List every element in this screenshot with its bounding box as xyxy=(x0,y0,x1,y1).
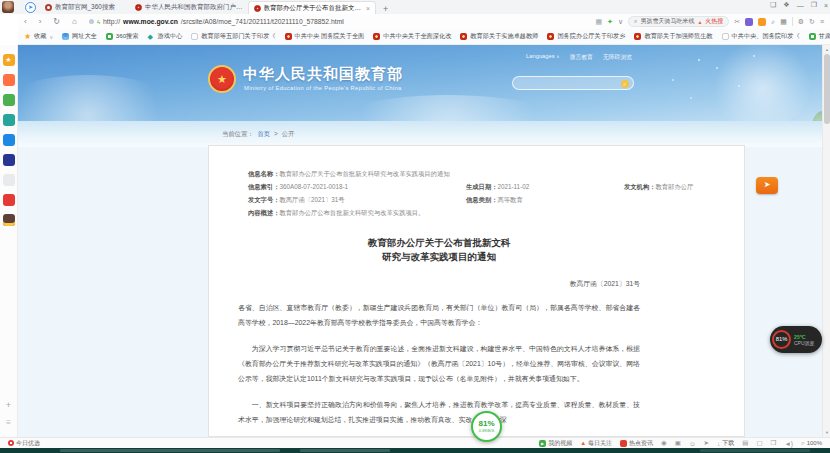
weiyan-link[interactable]: 微言教育 xyxy=(570,53,593,62)
download-button[interactable]: ↓下载 xyxy=(717,439,734,448)
game2-app-icon[interactable] xyxy=(3,214,15,226)
main-menu-icon[interactable]: ≡ xyxy=(820,18,824,25)
taskbar-window-button[interactable] xyxy=(300,449,390,452)
browser-logo-icon[interactable]: ➤ xyxy=(25,2,36,13)
find-icon[interactable]: ⌕ xyxy=(771,18,775,26)
hot-news-button[interactable]: 热点资讯 xyxy=(620,439,653,448)
search-icon[interactable]: ⌕ xyxy=(621,80,629,88)
os-taskbar[interactable] xyxy=(0,448,830,453)
bookmark-item[interactable]: 中共中央、国务院印发《 xyxy=(722,32,800,41)
tab-moe-portal[interactable]: 中华人民共和国教育部政府门户… xyxy=(130,1,248,14)
bookmark-item[interactable]: 教育部关于加强师范生教 xyxy=(634,32,712,41)
cloud-decor xyxy=(18,75,188,121)
video-app-icon[interactable] xyxy=(3,74,15,86)
browser-window: ➤ 教育部官网_360搜索 中华人民共和国教育部政府门户… 教育部办公厅关于公布… xyxy=(0,0,830,453)
bookmark-item[interactable]: ◆游戏中心 xyxy=(148,32,183,41)
bookmark-item[interactable]: 中共中央关于全面深化改 xyxy=(373,32,451,41)
tab-search-result[interactable]: 教育部官网_360搜索 xyxy=(40,1,130,14)
cpu-monitor-widget[interactable]: 81% 25℃ CPU温度 xyxy=(770,326,822,353)
speed-mode-icon[interactable]: ϟ xyxy=(97,19,100,25)
tab-notice-active[interactable]: 教育部办公厅关于公布首批新文… × xyxy=(248,1,377,14)
site-header-banner: ★ 中华人民共和国教育部 Ministry of Education of th… xyxy=(18,45,830,121)
home-button[interactable]: ⌂ xyxy=(66,17,83,26)
app-market-icon[interactable]: ▦ xyxy=(780,18,787,26)
favorites-app-icon[interactable]: ★ xyxy=(3,54,15,66)
site-info-icon[interactable] xyxy=(89,19,94,24)
scrollbar[interactable]: ▲ ▼ xyxy=(822,45,830,437)
game-app-icon[interactable] xyxy=(3,194,15,206)
info-label: 内容概述： xyxy=(248,206,279,219)
taskbar-window-button[interactable] xyxy=(60,449,280,452)
hot-search-query[interactable]: 男孩雪天骑马吃米线 xyxy=(640,17,694,26)
bookmark-item[interactable]: 网址大全 xyxy=(62,32,97,41)
taskbar-tray[interactable] xyxy=(700,449,810,452)
document-number: 教高厅函〔2021〕31号 xyxy=(238,279,640,289)
box-icon[interactable]: ▣ xyxy=(675,439,681,447)
sidebar-menu-icon[interactable]: ≡ xyxy=(6,418,11,427)
printer-icon[interactable]: ▤ xyxy=(742,439,748,447)
my-videos-button[interactable]: ▶我的视频 xyxy=(539,439,572,448)
breadcrumb-band: 当前位置： 首页 > 公开 xyxy=(18,121,830,147)
daily-picks-button[interactable]: 今日优选 xyxy=(8,439,40,448)
copy-icon[interactable]: ❐ xyxy=(771,439,777,447)
favorites-menu[interactable]: ★ 收藏 ∨ xyxy=(24,32,53,41)
site-search-input[interactable]: ⌕ xyxy=(512,76,634,90)
quick-search-box[interactable]: ⌕ 男孩雪天骑马吃米线 ▲ 火热搜 xyxy=(628,16,729,27)
settings-gear-icon[interactable]: ⚙ xyxy=(798,18,804,26)
file-app-icon[interactable] xyxy=(3,174,15,186)
plugin-icon[interactable]: ✦ xyxy=(607,18,613,26)
bookmark-item[interactable]: 国务院办公厅关于印发乡 xyxy=(547,32,625,41)
cloud-app-icon[interactable] xyxy=(3,114,15,126)
translate-icon[interactable] xyxy=(745,18,753,26)
speed-ball-widget[interactable]: 81% 0.8KB/S xyxy=(471,411,502,442)
search-favicon xyxy=(45,4,52,11)
minimize-button[interactable]: — xyxy=(797,2,804,9)
bookmark-item[interactable]: 甘肃省教师教育振兴行动 xyxy=(809,32,830,41)
chevron-down-icon: ∨ xyxy=(556,54,559,59)
scrollbar-thumb[interactable] xyxy=(824,54,830,124)
emoji-icon[interactable]: ☺ xyxy=(689,440,696,447)
add-app-button[interactable]: + xyxy=(6,400,11,410)
theme-icon[interactable]: ❖ xyxy=(783,1,789,9)
accessibility-link[interactable]: 无障碍浏览 xyxy=(603,53,632,62)
reload-button[interactable]: ↻ xyxy=(47,17,66,26)
restore-session-icon[interactable]: ↻ xyxy=(809,18,815,26)
languages-link[interactable]: Languages ∨ xyxy=(526,53,560,62)
scroll-down-icon[interactable]: ▼ xyxy=(823,430,830,435)
scroll-up-icon[interactable]: ▲ xyxy=(823,47,830,52)
notes-app-icon[interactable] xyxy=(3,94,15,106)
chevron-down-icon[interactable]: ∨ xyxy=(618,18,623,26)
address-bar[interactable]: ϟ http://www.moe.gov.cn/srcsite/A08/moe_… xyxy=(89,18,344,25)
speaker-icon[interactable]: ◄) xyxy=(784,440,793,447)
floating-share-widget[interactable]: ➤ xyxy=(756,177,778,194)
security-shield-icon[interactable] xyxy=(758,18,766,26)
tab-close-icon[interactable]: × xyxy=(364,5,370,12)
window-icon[interactable]: ▢ xyxy=(756,439,762,447)
extensions-grid-icon[interactable]: ▦ xyxy=(595,18,602,26)
miniprogram-app-icon[interactable] xyxy=(3,154,15,166)
back-button[interactable]: ‹ xyxy=(18,17,33,26)
new-tab-button[interactable]: + xyxy=(376,4,395,14)
bookmark-item[interactable]: 教育部等五部门关于印发《 xyxy=(191,32,275,41)
breadcrumb-section[interactable]: 公开 xyxy=(282,130,295,139)
boss-key-icon[interactable]: ❏ xyxy=(770,1,776,9)
maximize-button[interactable]: ❐ xyxy=(811,1,817,9)
bookmark-item[interactable]: 中共中央 国务院关于全面 xyxy=(285,32,365,41)
zoom-control[interactable]: ⌕100% xyxy=(801,439,822,447)
speed-ball-percent: 81% xyxy=(478,420,494,428)
speed-ball-speed: 0.8KB/S xyxy=(479,428,494,433)
daily-follow-button[interactable]: ▲每日关注 xyxy=(580,439,612,448)
tab-title: 教育部办公厅关于公布首批新文… xyxy=(264,4,362,13)
bookmark-item[interactable]: 360搜索 xyxy=(106,32,139,41)
screenshot-icon[interactable]: ✂ xyxy=(734,18,740,26)
breadcrumb-home-link[interactable]: 首页 xyxy=(257,130,270,139)
bookmark-label: 教育部关于实施卓越教师 xyxy=(470,32,538,41)
forward-button[interactable]: › xyxy=(33,17,48,26)
bookmark-item[interactable]: 教育部关于实施卓越教师 xyxy=(460,32,538,41)
shield-icon[interactable]: ◉ xyxy=(661,439,667,447)
user-avatar[interactable] xyxy=(2,1,14,13)
reader-app-icon[interactable] xyxy=(3,134,15,146)
bookmark-label: 中共中央、国务院印发《 xyxy=(732,32,800,41)
boost-icon[interactable]: ➤ xyxy=(704,439,709,447)
close-button[interactable]: × xyxy=(824,2,828,9)
